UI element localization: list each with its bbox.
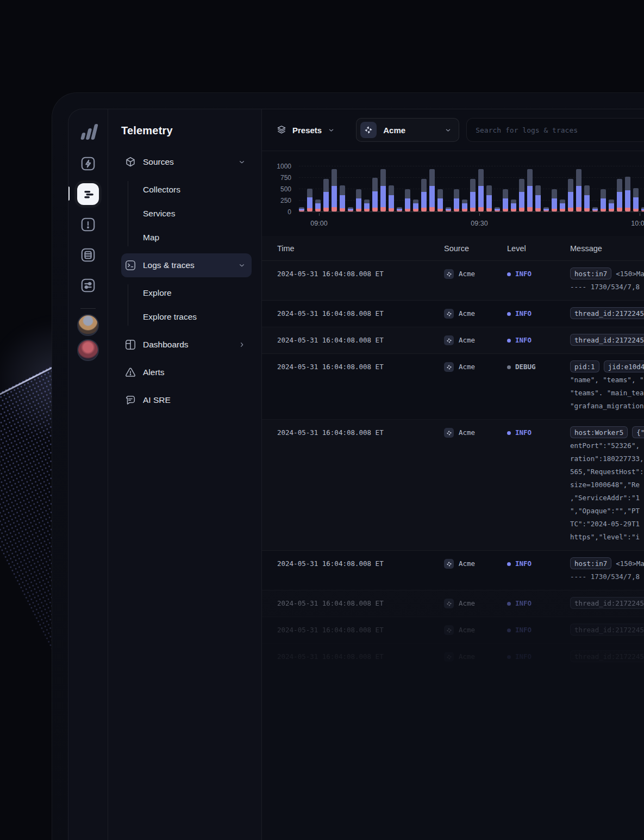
sidebar-item-logs-traces[interactable]: Logs & traces: [121, 253, 252, 277]
alert-square-icon[interactable]: [77, 214, 99, 235]
bar-segment-errors: [543, 210, 549, 211]
message-line: ,"ServiceAddr":"1: [570, 491, 644, 505]
database-icon[interactable]: [77, 244, 99, 266]
bar-segment-info: [527, 186, 533, 207]
chart-bars: [299, 166, 644, 211]
chart-bar[interactable]: [446, 207, 451, 211]
bar-segment-errors: [568, 208, 573, 211]
sidebar-item-alerts[interactable]: Alerts: [121, 360, 252, 384]
chart-bar[interactable]: [543, 207, 549, 211]
chart-bar[interactable]: [413, 200, 418, 211]
chart-bar[interactable]: [397, 207, 402, 211]
sliders-icon[interactable]: [77, 275, 99, 296]
chart-bar[interactable]: [592, 207, 598, 211]
chart-bar[interactable]: [609, 200, 614, 211]
chart-bar[interactable]: [380, 169, 386, 211]
chart-bar[interactable]: [437, 189, 443, 211]
log-level: INFO: [507, 334, 570, 347]
chart-bar[interactable]: [552, 189, 557, 211]
chevron-down-icon: [237, 158, 246, 166]
chart-bar[interactable]: [454, 189, 459, 211]
sidebar-item-explore-traces[interactable]: Explore traces: [121, 305, 252, 329]
level-label: INFO: [515, 267, 532, 281]
chart-bar[interactable]: [364, 200, 370, 211]
search-input[interactable]: [476, 126, 644, 134]
table-row[interactable]: 2024-05-31 16:04:08.008 ETAcmeINFOhost:i…: [262, 551, 644, 590]
avatar[interactable]: [77, 339, 99, 361]
chart-bar[interactable]: [511, 200, 516, 211]
chart-bar[interactable]: [560, 200, 565, 211]
sidebar-item-label: Alerts: [143, 368, 246, 377]
bar-segment-info: [372, 191, 378, 208]
chart-bar[interactable]: [389, 185, 394, 211]
sidebar-item-ai-sre[interactable]: AI SRE: [121, 388, 252, 412]
sidebar-item-sources[interactable]: Sources: [121, 150, 252, 174]
avatar[interactable]: [77, 314, 99, 336]
table-row[interactable]: 2024-05-31 16:04:08.008 ETAcmeINFOthread…: [262, 617, 644, 644]
table-row[interactable]: 2024-05-31 16:04:08.008 ETAcmeINFOhost:W…: [262, 420, 644, 551]
bar-segment-other: [462, 200, 467, 203]
chart-bar[interactable]: [348, 207, 353, 211]
bar-segment-other: [315, 200, 321, 203]
log-time: 2024-05-31 16:04:08.008 ET: [277, 267, 444, 294]
chart-bar[interactable]: [421, 179, 427, 211]
sidebar-item-collectors[interactable]: Collectors: [121, 178, 252, 202]
presets-button[interactable]: Presets: [276, 125, 335, 135]
chart-bar[interactable]: [356, 189, 361, 211]
message-line: ---- 1730/534/7,8: [570, 281, 644, 294]
chart-bar[interactable]: [495, 207, 500, 211]
chart-bar[interactable]: [429, 169, 435, 211]
table-row[interactable]: 2024-05-31 16:04:08.008 ETAcmeINFOthread…: [262, 644, 644, 670]
chart-bar[interactable]: [478, 169, 484, 211]
chart-bar[interactable]: [323, 179, 329, 211]
chart-bar[interactable]: [315, 200, 321, 211]
sidebar-item-map[interactable]: Map: [121, 226, 252, 250]
chart-bar[interactable]: [307, 189, 312, 211]
chart-bar[interactable]: [462, 200, 467, 211]
sidebar-item-dashboards[interactable]: Dashboards: [121, 333, 252, 357]
chart-bar[interactable]: [633, 188, 639, 211]
chart-bar[interactable]: [372, 178, 378, 211]
sidebar-item-services[interactable]: Services: [121, 202, 252, 226]
bar-segment-errors: [348, 210, 353, 211]
chart-bar[interactable]: [584, 185, 590, 211]
level-label: INFO: [515, 557, 532, 570]
chart-bar[interactable]: [340, 185, 345, 211]
bar-segment-other: [568, 179, 573, 192]
table-row[interactable]: 2024-05-31 16:04:08.008 ETAcmeINFOhost:i…: [262, 261, 644, 301]
bolt-icon[interactable]: [77, 153, 99, 175]
chart-bar[interactable]: [405, 189, 410, 211]
sidebar-item-explore[interactable]: Explore: [121, 281, 252, 305]
chart-bar[interactable]: [625, 177, 630, 211]
bar-segment-other: [478, 169, 484, 186]
log-source: Acme: [444, 334, 507, 347]
level-dot-icon: [507, 312, 511, 316]
table-row[interactable]: 2024-05-31 16:04:08.008 ETAcmeINFOthread…: [262, 301, 644, 327]
message-line: "name", "teams", ": [570, 374, 644, 387]
table-row[interactable]: 2024-05-31 16:04:08.008 ETAcmeINFOthread…: [262, 327, 644, 354]
table-row[interactable]: 2024-05-31 16:04:08.008 ETAcmeDEBUGpid:1…: [262, 354, 644, 420]
chart-bar[interactable]: [617, 179, 622, 211]
chart-bar[interactable]: [470, 179, 476, 211]
chart-bar[interactable]: [576, 169, 582, 211]
chart-bar[interactable]: [299, 207, 304, 211]
logs-icon[interactable]: [77, 183, 99, 205]
chart-bar[interactable]: [641, 207, 644, 211]
bar-segment-info: [486, 195, 492, 208]
workspace-selector[interactable]: Acme: [356, 118, 459, 142]
chart-bar[interactable]: [535, 185, 541, 211]
message-line: host:Worker5{"clientAddr": [570, 426, 644, 439]
message-text: size=1000648","Re: [570, 481, 640, 489]
chart-bar[interactable]: [503, 189, 508, 211]
chart-bar[interactable]: [519, 179, 524, 211]
chart-bar[interactable]: [332, 169, 337, 211]
table-row[interactable]: 2024-05-31 16:04:08.008 ETAcmeINFOthread…: [262, 590, 644, 617]
chart-bar[interactable]: [527, 169, 533, 211]
source-label: Acme: [459, 624, 475, 637]
bar-segment-info: [552, 198, 557, 209]
chart-bar[interactable]: [486, 185, 492, 211]
chart-bar[interactable]: [568, 179, 573, 211]
message-line: "grafana_migration: [570, 400, 644, 413]
toolbar: Presets Acme: [262, 109, 644, 151]
chart-bar[interactable]: [601, 189, 606, 211]
